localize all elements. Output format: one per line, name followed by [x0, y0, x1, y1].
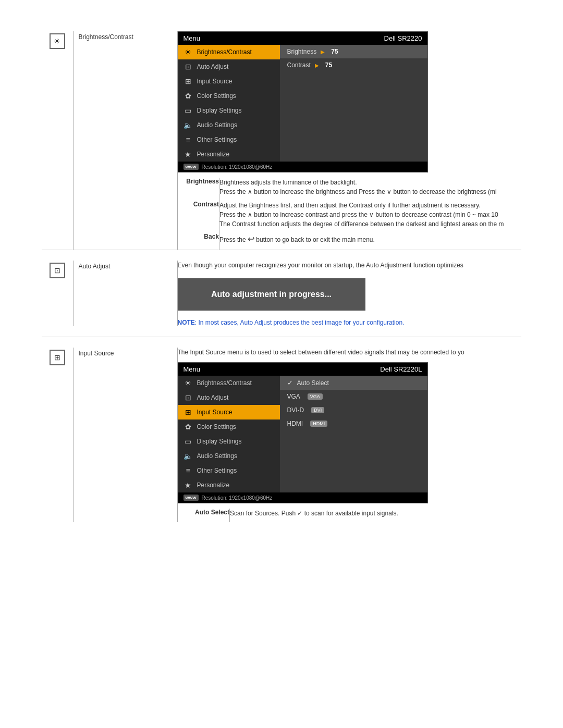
back-desc-text: Press the ↩ button to go back to or exit… [219, 233, 521, 245]
brightness-desc-content: Brightness adjusts the luminance of the … [219, 178, 522, 201]
osd-item-display-settings-1[interactable]: ▭ Display Settings [178, 103, 280, 118]
note-label: NOTE [178, 319, 195, 326]
brightness-desc-text: Brightness adjusts the luminance of the … [219, 178, 521, 196]
contrast-desc-label: Contrast [178, 201, 219, 233]
osd-menu-1: Menu Dell SR2220 ☀ Brightness/Contrast ⊡… [178, 31, 428, 172]
as-icon-1: 🔈 [183, 121, 193, 129]
osd-right-hdmi[interactable]: HDMI HDMI [280, 417, 427, 430]
aa-icon-1: ⊡ [183, 63, 193, 71]
section1-table: ☀ Brightness/Contrast Menu Dell SR2220 [42, 31, 521, 250]
osd-left-panel-1: ☀ Brightness/Contrast ⊡ Auto Adjust ⊞ In… [178, 45, 280, 162]
section3-icon-cell: ⊞ [42, 348, 73, 522]
section2-table: ⊡ Auto Adjust Even though your computer … [42, 261, 521, 326]
osd-body-1: ☀ Brightness/Contrast ⊡ Auto Adjust ⊞ In… [178, 45, 427, 162]
back-desc-content: Press the ↩ button to go back to or exit… [219, 233, 522, 250]
osd-right-empty-3 [280, 84, 427, 91]
brightness-desc-label: Brightness [178, 178, 219, 201]
pe-icon-2: ★ [183, 481, 193, 489]
cs-label-1: Color Settings [197, 92, 236, 100]
section1-label: Brightness/Contrast [74, 31, 177, 43]
osd-brand-label-2: Dell SR2220L [380, 365, 422, 373]
vga-label: VGA [287, 393, 300, 400]
osd-right-auto-select[interactable]: ✓ Auto Select [280, 376, 427, 390]
osd-right-empty-5 [280, 97, 427, 103]
hdmi-label: HDMI [287, 420, 303, 427]
bc-label-2: Brightness/Contrast [197, 379, 252, 387]
is-icon-1: ⊞ [183, 77, 193, 85]
osd2-item-personalize[interactable]: ★ Personalize [178, 478, 280, 492]
dvi-label: DVI-D [287, 406, 304, 414]
osd2-item-audio-settings[interactable]: 🔈 Audio Settings [178, 449, 280, 463]
osd-right-panel-1: Brightness ▶ 75 Contrast ▶ 75 [280, 45, 427, 162]
osd-item-brightness-contrast[interactable]: ☀ Brightness/Contrast [178, 45, 280, 59]
section3-row: ⊞ Input Source The Input Source menu is … [42, 348, 521, 522]
osd-footer-2: www Resolution: 1920x1080@60Hz [178, 492, 427, 503]
contrast-label: Contrast [287, 61, 311, 69]
desc-row-brightness: Brightness Brightness adjusts the lumina… [178, 178, 522, 201]
section1-label-cell: Brightness/Contrast [73, 31, 177, 250]
osd-right-brightness[interactable]: Brightness ▶ 75 [280, 45, 427, 58]
back-desc-label: Back [178, 233, 219, 250]
as-icon-2: 🔈 [183, 452, 193, 460]
pe-label-1: Personalize [197, 151, 230, 158]
auto-adjust-icon: ⊡ [50, 263, 65, 278]
brightness-value: 75 [331, 48, 338, 55]
aa-label-1: Auto Adjust [197, 63, 229, 70]
os-label-2: Other Settings [197, 467, 237, 474]
osd-right-contrast[interactable]: Contrast ▶ 75 [280, 58, 427, 72]
section1-icon-cell: ☀ [42, 31, 73, 250]
os-label-1: Other Settings [197, 136, 237, 143]
section3-content-cell: The Input Source menu is to used to sele… [177, 348, 521, 522]
osd-header-1: Menu Dell SR2220 [178, 32, 427, 45]
section3-table: ⊞ Input Source The Input Source menu is … [42, 348, 521, 522]
osd-right-empty-2 [280, 78, 427, 84]
osd2-item-other-settings[interactable]: ≡ Other Settings [178, 463, 280, 478]
osd-right-dvi[interactable]: DVI-D DVI [280, 403, 427, 417]
pe-icon-1: ★ [183, 150, 193, 158]
aa-icon-2: ⊡ [183, 393, 193, 402]
aa-label-2: Auto Adjust [197, 394, 229, 401]
is-label-2: Input Source [197, 409, 232, 416]
desc-row-contrast: Contrast Adjust the Brightness first, an… [178, 201, 522, 233]
osd-item-personalize-1[interactable]: ★ Personalize [178, 147, 280, 162]
input-source-icon-box: ⊞ [42, 348, 73, 365]
divider-2 [42, 337, 521, 337]
contrast-value: 75 [325, 61, 332, 69]
os-icon-1: ≡ [183, 135, 193, 144]
osd-resolution-2: Resolution: 1920x1080@60Hz [202, 495, 273, 501]
cs-icon-1: ✿ [183, 92, 193, 100]
auto-select-desc-label: Auto Select [178, 509, 230, 522]
cs-label-2: Color Settings [197, 423, 236, 430]
section2-row: ⊡ Auto Adjust Even though your computer … [42, 261, 521, 326]
input-source-desc-table: Auto Select Scan for Sources. Push ✓ to … [178, 509, 522, 522]
osd-item-color-settings-1[interactable]: ✿ Color Settings [178, 89, 280, 103]
os-icon-2: ≡ [183, 466, 193, 475]
osd2-item-color-settings[interactable]: ✿ Color Settings [178, 419, 280, 434]
osd2-item-auto-adjust[interactable]: ⊡ Auto Adjust [178, 390, 280, 405]
osd-right2-empty-3 [280, 443, 427, 449]
ds-label-1: Display Settings [197, 107, 242, 114]
section1-row: ☀ Brightness/Contrast Menu Dell SR2220 [42, 31, 521, 250]
is-label-1: Input Source [197, 78, 232, 85]
divider-1 [42, 250, 521, 250]
dvi-connector-icon: DVI [311, 407, 324, 413]
osd-item-other-settings-1[interactable]: ≡ Other Settings [178, 132, 280, 147]
contrast-arrow: ▶ [315, 63, 319, 68]
osd2-item-brightness-contrast[interactable]: ☀ Brightness/Contrast [178, 376, 280, 390]
osd2-item-display-settings[interactable]: ▭ Display Settings [178, 434, 280, 449]
osd-item-input-source-1[interactable]: ⊞ Input Source [178, 74, 280, 89]
auto-select-desc-text: Scan for Sources. Push ✓ to scan for ava… [230, 509, 521, 518]
osd-item-audio-settings-1[interactable]: 🔈 Audio Settings [178, 118, 280, 132]
contrast-desc-content: Adjust the Brightness first, and then ad… [219, 201, 522, 233]
osd-right-empty-6 [280, 103, 427, 109]
ds-label-2: Display Settings [197, 438, 242, 445]
auto-adjust-icon-box: ⊡ [42, 261, 73, 278]
ds-icon-1: ▭ [183, 106, 193, 115]
input-source-icon: ⊞ [50, 350, 65, 365]
osd-right-vga[interactable]: VGA VGA [280, 390, 427, 403]
osd2-item-input-source[interactable]: ⊞ Input Source [178, 405, 280, 419]
dell-logo-2: www [183, 495, 199, 501]
section1-content-cell: Menu Dell SR2220 ☀ Brightness/Contrast ⊡… [177, 31, 521, 250]
page-container: ☀ Brightness/Contrast Menu Dell SR2220 [0, 0, 563, 553]
osd-item-auto-adjust-1[interactable]: ⊡ Auto Adjust [178, 59, 280, 74]
